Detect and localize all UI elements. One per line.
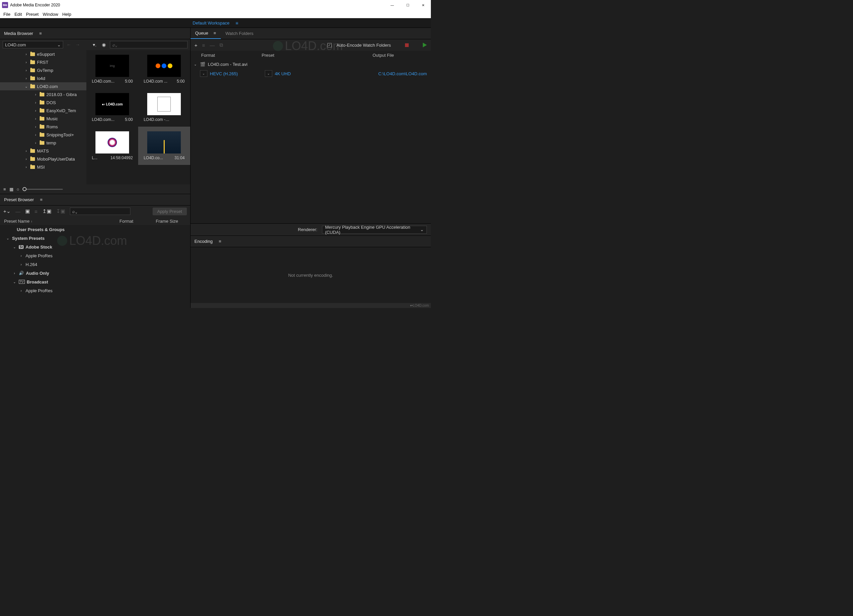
grid-view-icon[interactable]: ▦: [9, 187, 14, 192]
tree-row[interactable]: ›MoboPlayUserData: [0, 155, 87, 163]
folder-tree[interactable]: ›eSupport›FRST›GvTemp›lo4d⌄LO4D.com›2018…: [0, 50, 87, 185]
media-browser-menu-icon[interactable]: ≡: [39, 31, 42, 36]
caret-icon[interactable]: ›: [24, 165, 28, 169]
preset-row[interactable]: ›H.264: [0, 260, 190, 269]
preset-row[interactable]: User Presets & Groups: [0, 225, 190, 234]
remove-item-icon[interactable]: —: [210, 42, 215, 48]
nav-back-icon[interactable]: ←: [66, 42, 72, 47]
tree-row[interactable]: ⌄LO4D.com: [0, 82, 87, 90]
add-preset-icon[interactable]: +⌄: [3, 208, 11, 214]
tree-row[interactable]: ›2018.03 - Gibra: [0, 90, 87, 98]
tree-row[interactable]: ›temp: [0, 139, 87, 147]
tree-row[interactable]: ›Music: [0, 115, 87, 123]
menu-help[interactable]: Help: [60, 12, 73, 17]
caret-icon[interactable]: ›: [33, 133, 38, 137]
search-input[interactable]: ⌕⌄: [110, 41, 188, 48]
caret-icon[interactable]: ›: [33, 141, 38, 145]
col-format[interactable]: Format: [120, 219, 153, 224]
workspace-menu-icon[interactable]: ≡: [235, 21, 238, 26]
caret-icon[interactable]: ⌄: [12, 280, 17, 284]
workspace-label[interactable]: Default Workspace: [193, 21, 229, 26]
thumbnail[interactable]: imgLO4D.com...5:00: [87, 50, 138, 88]
menu-window[interactable]: Window: [41, 12, 60, 17]
caret-icon[interactable]: ›: [19, 254, 24, 257]
add-source-icon[interactable]: +: [194, 42, 197, 48]
caret-icon[interactable]: ›: [24, 52, 28, 56]
menu-file[interactable]: File: [2, 12, 12, 17]
tree-row[interactable]: ›lo4d: [0, 74, 87, 82]
duplicate-icon[interactable]: ⧉: [220, 42, 223, 48]
preset-list[interactable]: LO4D.com User Presets & Groups⌄System Pr…: [0, 225, 190, 308]
preset-dropdown[interactable]: ⌄: [265, 70, 272, 77]
tree-row[interactable]: ›eSupport: [0, 50, 87, 58]
import-preset-icon[interactable]: ↥▣: [42, 208, 52, 214]
caret-icon[interactable]: ›: [33, 109, 38, 112]
new-group-icon[interactable]: ▣: [25, 208, 30, 214]
minimize-button[interactable]: —: [384, 0, 400, 10]
output-file[interactable]: C:\LO4D.com\LO4D.com: [378, 71, 427, 76]
remove-preset-icon[interactable]: —: [15, 209, 21, 214]
tree-row[interactable]: ›SnippingTool+: [0, 131, 87, 139]
thumbnail[interactable]: LO4D.com - Pro...: [138, 88, 190, 127]
caret-icon[interactable]: ⌄: [5, 236, 10, 240]
stop-queue-icon[interactable]: [405, 43, 409, 47]
col-frame-size[interactable]: Frame Size: [156, 219, 186, 224]
caret-icon[interactable]: ⌄: [193, 62, 197, 66]
start-queue-icon[interactable]: [423, 42, 427, 47]
tree-row[interactable]: ›Roms: [0, 123, 87, 131]
preset-row[interactable]: ›Apple ProRes: [0, 251, 190, 260]
export-preset-icon[interactable]: ↧▣: [56, 208, 65, 214]
output-format[interactable]: HEVC (H.265): [210, 71, 262, 76]
caret-icon[interactable]: ›: [24, 68, 28, 72]
add-output-icon[interactable]: ≡: [202, 42, 205, 48]
nav-forward-icon[interactable]: →: [74, 42, 80, 47]
tree-row[interactable]: ›DOS: [0, 98, 87, 106]
thumbnail[interactable]: ●› LO4D.comLO4D.com...5:00: [87, 88, 138, 127]
queue-list[interactable]: ⌄ 🎬 LO4D.com - Test.avi ⌄ HEVC (H.265) ⌄…: [191, 59, 431, 223]
thumbnail-grid[interactable]: LO4D.com imgLO4D.com...5:00LO4D.com ...5…: [87, 50, 190, 185]
thumbnail[interactable]: L...14:58:04992: [87, 127, 138, 165]
queue-output-row[interactable]: ⌄ HEVC (H.265) ⌄ 4K UHD C:\LO4D.com\LO4D…: [191, 69, 431, 78]
queue-source-row[interactable]: ⌄ 🎬 LO4D.com - Test.avi: [191, 59, 431, 69]
list-view-icon[interactable]: ≡: [3, 187, 6, 192]
col-preset-name[interactable]: Preset Name ↑: [4, 219, 117, 224]
filter-icon[interactable]: ▾.: [91, 42, 98, 47]
apply-preset-button[interactable]: Apply Preset: [153, 207, 187, 215]
tree-row[interactable]: ›EasyXviD_Tem: [0, 106, 87, 115]
close-button[interactable]: ✕: [416, 0, 431, 10]
renderer-dropdown[interactable]: Mercury Playback Engine GPU Acceleration…: [322, 226, 427, 234]
tree-row[interactable]: ›MATS: [0, 147, 87, 155]
caret-icon[interactable]: ›: [33, 117, 38, 121]
preset-settings-icon[interactable]: ≡: [35, 209, 38, 214]
caret-icon[interactable]: ⌄: [24, 85, 28, 88]
preset-row[interactable]: ⌄TVBroadcast: [0, 277, 190, 286]
caret-icon[interactable]: ›: [33, 93, 38, 96]
caret-icon[interactable]: ›: [24, 77, 28, 80]
preset-search-input[interactable]: ⌕⌄: [70, 207, 131, 215]
caret-icon[interactable]: ›: [19, 289, 24, 292]
caret-icon[interactable]: ›: [33, 125, 38, 129]
caret-icon[interactable]: ›: [24, 157, 28, 161]
menu-edit[interactable]: Edit: [12, 12, 24, 17]
output-preset[interactable]: 4K UHD: [275, 71, 376, 76]
path-dropdown[interactable]: LO4D.com ⌄: [3, 41, 63, 48]
ingest-icon[interactable]: ◉: [100, 42, 107, 47]
queue-menu-icon[interactable]: ≡: [213, 30, 216, 36]
menu-preset[interactable]: Preset: [24, 12, 41, 17]
thumbnail[interactable]: LO4D.co...31:04: [138, 127, 190, 165]
zoom-slider[interactable]: [23, 189, 63, 190]
caret-icon[interactable]: ›: [33, 101, 38, 104]
tab-queue[interactable]: Queue ≡: [191, 28, 221, 39]
caret-icon[interactable]: ›: [19, 263, 24, 266]
tree-row[interactable]: ›MSI: [0, 163, 87, 171]
preset-row[interactable]: ⌄StAdobe Stock: [0, 242, 190, 251]
preset-row[interactable]: ›Apple ProRes: [0, 286, 190, 295]
encoding-menu-icon[interactable]: ≡: [219, 239, 222, 244]
caret-icon[interactable]: ›: [24, 61, 28, 64]
preset-browser-menu-icon[interactable]: ≡: [40, 197, 42, 202]
tree-row[interactable]: ›GvTemp: [0, 66, 87, 74]
thumbnail[interactable]: LO4D.com ...5:00: [138, 50, 190, 88]
format-dropdown[interactable]: ⌄: [200, 70, 207, 77]
preset-row[interactable]: ⌄System Presets: [0, 234, 190, 242]
caret-icon[interactable]: ›: [12, 271, 17, 275]
